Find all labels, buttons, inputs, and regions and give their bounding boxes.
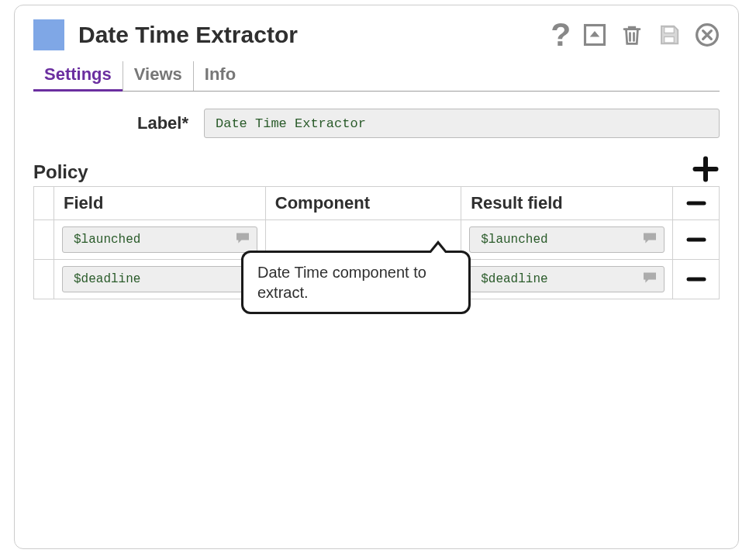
remove-header-cell bbox=[673, 187, 720, 220]
label-caption: Label* bbox=[33, 113, 188, 133]
save-icon[interactable] bbox=[658, 23, 681, 47]
dialog-title: Date Time Extractor bbox=[78, 22, 546, 48]
row-handle[interactable] bbox=[34, 260, 54, 299]
comment-icon[interactable] bbox=[235, 232, 250, 247]
svg-rect-2 bbox=[665, 27, 675, 33]
color-swatch bbox=[33, 19, 64, 50]
dialog-header: Date Time Extractor ? bbox=[33, 19, 720, 50]
tab-views[interactable]: Views bbox=[123, 61, 193, 91]
field-input[interactable] bbox=[72, 232, 235, 247]
field-input-launched[interactable] bbox=[62, 226, 257, 253]
dialog: Date Time Extractor ? Settings Views Inf… bbox=[14, 5, 739, 549]
remove-row-button[interactable] bbox=[673, 260, 720, 299]
remove-row-button[interactable] bbox=[673, 220, 720, 260]
result-input-launched[interactable] bbox=[469, 226, 665, 253]
header-actions: ? bbox=[546, 20, 720, 50]
svg-text:?: ? bbox=[551, 20, 569, 50]
tab-settings[interactable]: Settings bbox=[33, 61, 123, 92]
close-icon[interactable] bbox=[695, 22, 720, 47]
field-input[interactable] bbox=[72, 271, 235, 287]
table-header-row: Field Component Result field bbox=[34, 187, 720, 220]
column-component: Component bbox=[265, 187, 461, 220]
add-row-button[interactable] bbox=[692, 155, 720, 183]
svg-rect-3 bbox=[665, 37, 675, 43]
comment-icon[interactable] bbox=[642, 232, 658, 247]
export-icon[interactable] bbox=[583, 23, 606, 47]
policy-title: Policy bbox=[33, 161, 88, 183]
column-result: Result field bbox=[461, 187, 673, 220]
field-input-deadline[interactable] bbox=[62, 266, 257, 292]
column-handle bbox=[34, 187, 54, 220]
result-input[interactable] bbox=[479, 271, 642, 287]
column-field: Field bbox=[54, 187, 266, 220]
label-row: Label* bbox=[33, 109, 720, 138]
trash-icon[interactable] bbox=[620, 23, 644, 47]
tab-info[interactable]: Info bbox=[193, 61, 247, 91]
row-handle[interactable] bbox=[34, 220, 54, 260]
help-icon[interactable]: ? bbox=[546, 20, 569, 50]
tab-bar: Settings Views Info bbox=[33, 61, 720, 92]
label-input[interactable] bbox=[204, 109, 720, 138]
policy-header: Policy bbox=[33, 155, 720, 183]
result-input-deadline[interactable] bbox=[469, 266, 665, 292]
result-input[interactable] bbox=[479, 232, 642, 247]
comment-icon[interactable] bbox=[642, 271, 658, 287]
tooltip: Date Time component to extract. bbox=[241, 251, 471, 314]
